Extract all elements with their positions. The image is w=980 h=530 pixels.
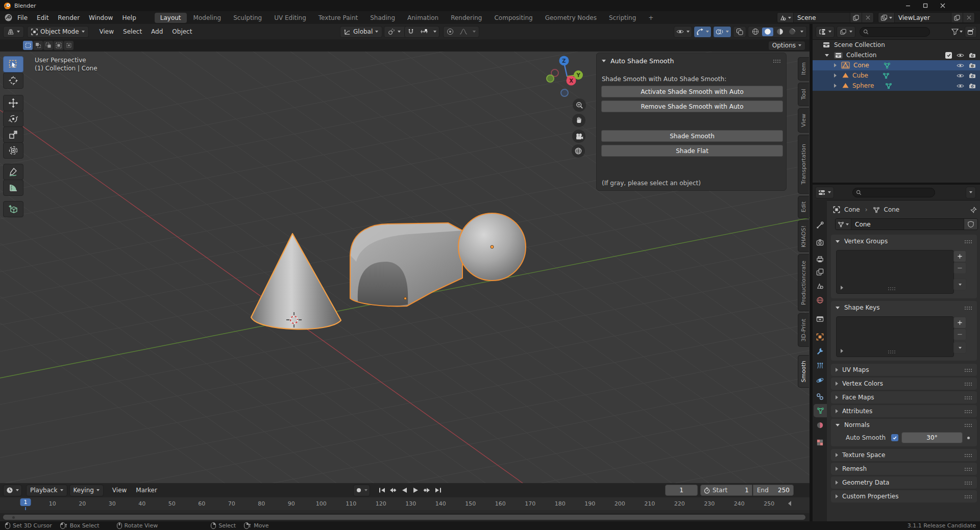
- timeline-menu-playback[interactable]: Playback: [26, 485, 67, 496]
- current-frame-field[interactable]: 1: [665, 485, 698, 496]
- shape-keys-list[interactable]: [836, 316, 954, 357]
- sidebar-tab-view[interactable]: View: [798, 108, 809, 133]
- play-reverse-icon[interactable]: [399, 485, 410, 495]
- menu-help[interactable]: Help: [117, 14, 140, 21]
- shape-key-remove-button[interactable]: [953, 329, 966, 340]
- ruler-tick[interactable]: 90: [288, 500, 295, 507]
- sidebar-tab-productioncrate[interactable]: Productioncrate: [798, 254, 809, 311]
- tool-add-cube[interactable]: [3, 201, 23, 217]
- ruler-tick[interactable]: 50: [168, 500, 176, 507]
- ruler-tick[interactable]: 250: [764, 500, 774, 507]
- fake-user-shield-icon[interactable]: [964, 219, 977, 230]
- cone-expander[interactable]: [834, 63, 837, 67]
- outliner-row-scene-collection[interactable]: Scene Collection: [813, 40, 980, 50]
- add-workspace-button[interactable]: +: [643, 13, 659, 23]
- properties-tab-physics-icon[interactable]: [813, 373, 827, 387]
- ruler-tick[interactable]: 60: [198, 500, 205, 507]
- select-mode-invert-icon[interactable]: [54, 41, 63, 50]
- tool-rotate[interactable]: [3, 111, 23, 127]
- outliner-editor-type-icon[interactable]: [816, 26, 835, 38]
- properties-tab-render-icon[interactable]: [813, 236, 827, 249]
- ruler-tick[interactable]: 180: [555, 500, 566, 507]
- remove-viewlayer-icon[interactable]: [963, 13, 974, 22]
- activate-shade-smooth-button[interactable]: Activate Shade Smooth with Auto: [601, 86, 783, 97]
- timeline-menu-marker[interactable]: Marker: [131, 487, 161, 494]
- remesh-panel[interactable]: Remesh: [831, 463, 977, 475]
- cone-render-camera-icon[interactable]: [969, 63, 976, 68]
- ruler-tick[interactable]: 130: [405, 500, 416, 507]
- list-expand-icon[interactable]: [841, 286, 843, 290]
- shade-flat-button[interactable]: Shade Flat: [601, 145, 783, 157]
- scene-name-field[interactable]: Scene: [794, 14, 850, 21]
- ruler-tick[interactable]: 70: [228, 500, 235, 507]
- timeline-scrollbar[interactable]: [3, 515, 805, 520]
- new-collection-icon[interactable]: [965, 26, 977, 38]
- vertex-group-specials-icon[interactable]: [953, 279, 966, 290]
- ruler-tick[interactable]: 230: [704, 500, 715, 507]
- properties-tab-output-icon[interactable]: [813, 253, 827, 266]
- toggle-perspective-icon[interactable]: [572, 144, 585, 158]
- cube-hide-eye-icon[interactable]: [957, 73, 964, 79]
- workspace-tab-layout[interactable]: Layout: [155, 13, 187, 23]
- timeline-menu-keying[interactable]: Keying: [69, 485, 104, 496]
- cone-label[interactable]: Cone: [853, 62, 869, 69]
- viewport-3d[interactable]: User Perspective (1) Collection | Cone: [0, 52, 810, 483]
- sidebar-tab-item[interactable]: Item: [798, 57, 809, 81]
- tool-scale[interactable]: [3, 127, 23, 143]
- proportional-edit-icon[interactable]: [447, 28, 454, 35]
- snap-target-icon[interactable]: [420, 29, 428, 35]
- app-menu-icon[interactable]: [4, 13, 13, 22]
- zoom-view-icon[interactable]: [573, 98, 586, 112]
- shape-keys-header[interactable]: Shape Keys: [831, 301, 977, 314]
- gizmo-axis-neg-y[interactable]: [547, 75, 554, 82]
- select-mode-subtract-icon[interactable]: [43, 41, 53, 50]
- current-frame-marker[interactable]: 1: [20, 498, 31, 506]
- properties-tab-constraints-icon[interactable]: [813, 390, 827, 403]
- normals-header[interactable]: Normals: [831, 419, 977, 431]
- auto-smooth-angle-field[interactable]: 30°: [901, 432, 963, 443]
- geometry-data-panel[interactable]: Geometry Data: [831, 476, 977, 489]
- properties-tab-object-data-icon[interactable]: [814, 404, 827, 417]
- ruler-tick[interactable]: 30: [109, 500, 116, 507]
- object-sphere[interactable]: [458, 213, 526, 281]
- sidebar-tab-smooth[interactable]: Smooth: [798, 355, 809, 388]
- workspace-tab-compositing[interactable]: Compositing: [488, 13, 538, 23]
- menu-render[interactable]: Render: [53, 14, 84, 21]
- workspace-tab-texture-paint[interactable]: Texture Paint: [313, 13, 363, 23]
- browse-scene-icon[interactable]: [777, 13, 794, 22]
- texture-space-panel[interactable]: Texture Space: [831, 449, 977, 461]
- uv-maps-panel[interactable]: UV Maps: [831, 364, 977, 376]
- face-maps-panel[interactable]: Face Maps: [831, 391, 977, 403]
- maximize-button[interactable]: [917, 0, 934, 11]
- collapse-panel-icon[interactable]: [602, 60, 606, 62]
- viewport-menu-add[interactable]: Add: [146, 28, 167, 35]
- select-mode-extend-icon[interactable]: [33, 41, 43, 50]
- panel-drag-grip[interactable]: [773, 59, 781, 63]
- sphere-label[interactable]: Sphere: [852, 82, 874, 89]
- tool-cursor[interactable]: [3, 72, 23, 89]
- ruler-tick[interactable]: 220: [674, 500, 685, 507]
- tool-annotate[interactable]: [3, 164, 23, 180]
- properties-tab-material-icon[interactable]: [813, 418, 827, 432]
- unlink-scene-icon[interactable]: [862, 13, 873, 22]
- ruler-tick[interactable]: 120: [376, 500, 386, 507]
- workspace-tab-sculpting[interactable]: Sculpting: [228, 13, 267, 23]
- tool-options-dropdown[interactable]: Options: [768, 41, 805, 51]
- sphere-hide-eye-icon[interactable]: [957, 83, 964, 89]
- properties-tab-view-layer-icon[interactable]: [813, 265, 827, 279]
- jump-to-end-icon[interactable]: [432, 485, 444, 495]
- workspace-tab-rendering[interactable]: Rendering: [445, 13, 487, 23]
- navigation-gizmo[interactable]: Z Y X: [538, 55, 585, 102]
- close-button[interactable]: [934, 0, 951, 11]
- timeline-editor-type-icon[interactable]: [3, 485, 22, 496]
- properties-search-input[interactable]: [852, 188, 935, 197]
- end-frame-field[interactable]: End 250: [753, 485, 794, 496]
- vertex-group-add-button[interactable]: [953, 250, 966, 262]
- select-mode-intersect-icon[interactable]: [64, 41, 74, 50]
- ruler-tick[interactable]: 190: [584, 500, 595, 507]
- viewlayer-name-field[interactable]: ViewLayer: [895, 14, 951, 21]
- collection-label[interactable]: Collection: [846, 52, 876, 59]
- list-resize-grip[interactable]: [888, 287, 896, 290]
- show-object-types-icon[interactable]: [674, 26, 692, 38]
- properties-options-icon[interactable]: [966, 187, 976, 198]
